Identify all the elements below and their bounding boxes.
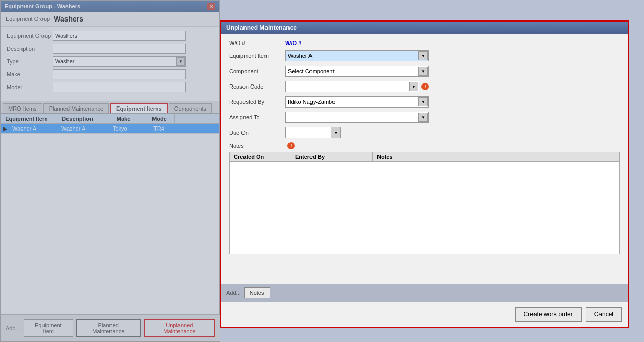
modal-title: Unplanned Maintenance: [226, 24, 297, 31]
reason-code-required-icon: !: [421, 83, 429, 90]
wo-label: W/O #: [229, 40, 285, 46]
requested-by-select-wrapper: Ildiko Nagy-Zambo ▼: [285, 96, 429, 108]
component-row: Component Select Component ▼: [229, 66, 620, 77]
cancel-button[interactable]: Cancel: [586, 307, 622, 322]
notes-label-row: Notes !: [229, 142, 620, 149]
modal-body: W/O # W/O # Equipment Item Washer A ▼ Co…: [221, 34, 628, 284]
modal-footer: Add... Notes: [221, 284, 628, 302]
component-select-wrapper: Select Component ▼: [285, 66, 429, 77]
reason-code-row: Reason Code ▼ !: [229, 81, 620, 92]
reason-code-select-wrapper: ▼: [285, 81, 419, 92]
notes-table: Created On Entered By Notes: [229, 152, 620, 254]
equipment-item-select[interactable]: Washer A: [285, 50, 429, 61]
modal-action-buttons: Create work order Cancel: [221, 302, 628, 327]
notes-button[interactable]: Notes: [244, 287, 270, 298]
notes-label: Notes: [229, 143, 285, 149]
due-on-row: Due On ▼: [229, 127, 620, 138]
requested-by-row: Requested By Ildiko Nagy-Zambo ▼: [229, 96, 620, 108]
equipment-item-modal-label: Equipment Item: [229, 53, 285, 59]
assigned-to-select-wrapper: ▼: [285, 112, 429, 123]
equipment-item-select-wrapper: Washer A ▼: [285, 50, 429, 61]
requested-by-select[interactable]: Ildiko Nagy-Zambo: [285, 96, 429, 108]
notes-table-header: Created On Entered By Notes: [230, 152, 619, 162]
notes-section: Notes ! Created On Entered By Notes: [229, 142, 620, 254]
notes-col-notes: Notes: [373, 152, 619, 161]
component-label: Component: [229, 68, 285, 74]
notes-required-icon: !: [287, 142, 295, 149]
assigned-to-label: Assigned To: [229, 114, 285, 120]
reason-code-select[interactable]: [285, 81, 419, 92]
requested-by-label: Requested By: [229, 99, 285, 105]
wo-row: W/O # W/O #: [229, 40, 620, 46]
notes-table-body: [230, 162, 619, 254]
due-on-wrapper: ▼: [285, 127, 341, 138]
unplanned-maintenance-modal: Unplanned Maintenance W/O # W/O # Equipm…: [220, 20, 629, 328]
notes-col-entered-by: Entered By: [291, 152, 373, 161]
reason-code-label: Reason Code: [229, 83, 285, 90]
notes-col-created-on: Created On: [230, 152, 291, 161]
modal-footer-add-label: Add...: [226, 290, 241, 296]
component-select[interactable]: Select Component: [285, 66, 429, 77]
assigned-to-select[interactable]: [285, 112, 429, 123]
assigned-to-row: Assigned To ▼: [229, 112, 620, 123]
create-work-order-button[interactable]: Create work order: [515, 307, 582, 322]
due-on-calendar-icon[interactable]: ▼: [331, 127, 341, 138]
equipment-item-row: Equipment Item Washer A ▼: [229, 50, 620, 61]
wo-value: W/O #: [285, 40, 301, 46]
modal-title-bar: Unplanned Maintenance: [221, 22, 628, 34]
due-on-label: Due On: [229, 130, 285, 136]
due-on-input[interactable]: [285, 127, 331, 138]
